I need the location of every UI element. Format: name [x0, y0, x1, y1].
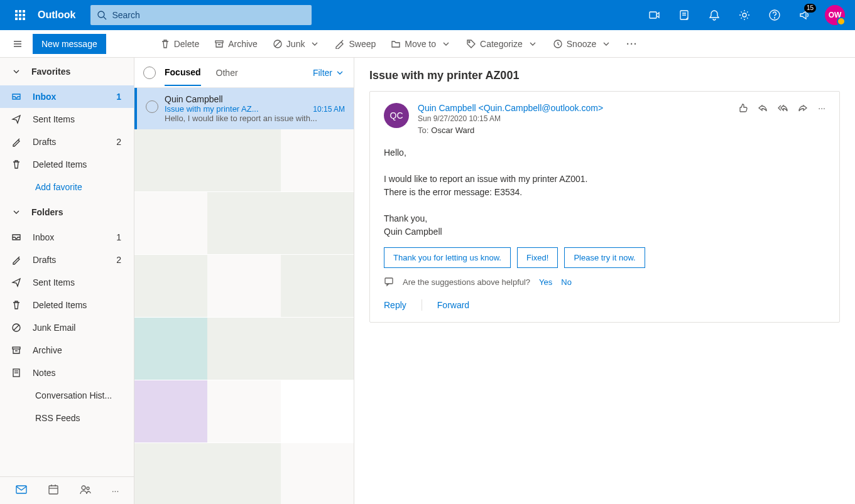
notes-icon[interactable]	[669, 0, 699, 30]
suggested-reply-button[interactable]: Please try it now.	[564, 247, 645, 268]
placeholder-row	[134, 129, 354, 192]
reply-link[interactable]: Reply	[384, 300, 406, 310]
nav-item-rss-feeds[interactable]: RSS Feeds	[0, 407, 134, 429]
svg-rect-2	[650, 12, 656, 18]
feedback-no[interactable]: No	[561, 277, 572, 287]
junk-icon	[273, 39, 283, 49]
email-subject: Issue with my printer AZ001	[369, 69, 840, 82]
chevron-down-icon	[441, 39, 451, 49]
email-body: Hello, I would like to report an issue w…	[384, 146, 825, 239]
suggested-reply-button[interactable]: Fixed!	[517, 247, 558, 268]
reading-pane: Issue with my printer AZ001 QC Quin Camp…	[354, 58, 855, 504]
snooze-button[interactable]: Snooze	[547, 35, 618, 53]
forward-link[interactable]: Forward	[437, 300, 469, 310]
notes-icon	[11, 368, 21, 378]
svg-point-26	[82, 486, 85, 490]
sweep-button[interactable]: Sweep	[329, 35, 382, 53]
module-switcher: ···	[0, 476, 134, 504]
chevron-down-icon	[11, 67, 21, 77]
placeholder-row	[134, 380, 354, 443]
reply-icon[interactable]	[758, 103, 768, 135]
svg-point-27	[87, 487, 89, 490]
chevron-down-icon	[601, 39, 611, 49]
nav-item-sent-items[interactable]: Sent Items	[0, 108, 134, 131]
nav-item-deleted-items[interactable]: Deleted Items	[0, 294, 134, 316]
nav-item-conversation-hist-[interactable]: Conversation Hist...	[0, 384, 134, 407]
app-launcher-icon[interactable]	[5, 0, 35, 30]
trash-icon	[11, 300, 21, 310]
sent-icon	[11, 114, 21, 124]
chevron-down-icon	[11, 207, 21, 217]
notifications-icon[interactable]	[699, 0, 729, 30]
sender-display[interactable]: Quin Campbell <Quin.Campbell@outlook.com…	[418, 103, 729, 113]
favorites-header[interactable]: Favorites	[0, 58, 134, 85]
nav-item-drafts[interactable]: Drafts2	[0, 249, 134, 271]
folder-sidebar: Favorites Inbox1Sent ItemsDrafts2Deleted…	[0, 58, 134, 504]
svg-point-6	[775, 18, 775, 18]
forward-icon[interactable]	[798, 103, 808, 135]
feedback-question: Are the suggestions above helpful?	[403, 277, 530, 287]
placeholder-row	[134, 255, 354, 318]
settings-icon[interactable]	[729, 0, 760, 30]
tab-focused[interactable]: Focused	[165, 60, 201, 86]
categorize-button[interactable]: Categorize	[460, 35, 544, 53]
filter-button[interactable]: Filter	[313, 68, 345, 78]
trash-icon	[11, 159, 21, 169]
whatsnew-icon[interactable]: 15	[790, 0, 820, 30]
message-checkbox[interactable]	[146, 100, 158, 113]
app-header: Outlook 15 OW	[0, 0, 855, 30]
sender-avatar: QC	[384, 103, 409, 128]
nav-item-inbox[interactable]: Inbox1	[0, 226, 134, 249]
sweep-icon	[335, 39, 345, 49]
mail-module-icon[interactable]	[15, 483, 28, 498]
nav-item-sent-items[interactable]: Sent Items	[0, 271, 134, 294]
feedback-yes[interactable]: Yes	[539, 277, 552, 287]
more-commands-button[interactable]: ···	[620, 35, 644, 53]
placeholder-row	[134, 318, 354, 380]
account-avatar[interactable]: OW	[825, 5, 845, 25]
like-icon[interactable]	[738, 103, 748, 135]
select-all-checkbox[interactable]	[143, 67, 156, 79]
svg-point-0	[98, 11, 104, 18]
nav-toggle-icon[interactable]	[8, 34, 28, 54]
svg-line-1	[104, 17, 106, 19]
add-favorite-link[interactable]: Add favorite	[0, 176, 134, 198]
nav-item-inbox[interactable]: Inbox1	[0, 85, 134, 108]
nav-item-notes[interactable]: Notes	[0, 362, 134, 384]
svg-line-16	[14, 325, 19, 330]
nav-item-junk-email[interactable]: Junk Email	[0, 316, 134, 339]
calendar-module-icon[interactable]	[47, 483, 60, 498]
moveto-button[interactable]: Move to	[384, 35, 457, 53]
feedback-icon	[384, 277, 394, 287]
reply-all-icon[interactable]	[778, 103, 788, 135]
search-input[interactable]	[112, 10, 305, 20]
junk-button[interactable]: Junk	[266, 35, 327, 53]
people-module-icon[interactable]	[79, 483, 92, 498]
tab-other[interactable]: Other	[216, 60, 238, 85]
folder-icon	[391, 39, 401, 49]
more-actions-icon[interactable]: ···	[818, 103, 825, 135]
nav-item-archive[interactable]: Archive	[0, 339, 134, 362]
svg-rect-10	[215, 41, 223, 43]
drafts-icon	[11, 137, 21, 147]
chevron-down-icon	[528, 39, 538, 49]
archive-icon	[214, 39, 224, 49]
message-item[interactable]: Quin CampbellIssue with my printer AZ...…	[134, 88, 354, 129]
svg-point-13	[469, 41, 470, 43]
inbox-icon	[11, 92, 21, 102]
to-line: To:Oscar Ward	[418, 126, 729, 135]
delete-button[interactable]: Delete	[154, 35, 205, 53]
archive-button[interactable]: Archive	[208, 35, 264, 53]
help-icon[interactable]	[760, 0, 790, 30]
sent-icon	[11, 277, 21, 287]
suggested-reply-button[interactable]: Thank you for letting us know.	[384, 247, 511, 268]
svg-rect-17	[13, 347, 20, 349]
nav-item-deleted-items[interactable]: Deleted Items	[0, 153, 134, 176]
nav-item-drafts[interactable]: Drafts2	[0, 131, 134, 153]
new-message-button[interactable]: New message	[33, 34, 106, 54]
search-box[interactable]	[90, 5, 312, 25]
more-modules-icon[interactable]: ···	[112, 486, 119, 496]
folders-header[interactable]: Folders	[0, 198, 134, 226]
clock-icon	[553, 39, 563, 49]
teams-call-icon[interactable]	[639, 0, 669, 30]
